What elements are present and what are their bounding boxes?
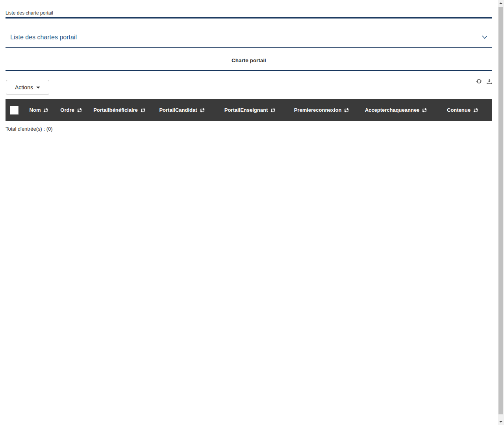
vertical-scrollbar[interactable] bbox=[498, 0, 504, 425]
toolbar: Actions bbox=[6, 71, 492, 95]
column-header-nom[interactable]: Nom bbox=[26, 107, 52, 113]
sort-icon bbox=[344, 108, 349, 113]
scrollbar-down-button[interactable] bbox=[498, 419, 504, 425]
section-title-bar: Charte portail bbox=[6, 48, 492, 71]
select-all-checkbox[interactable] bbox=[10, 106, 19, 115]
sort-icon bbox=[422, 108, 427, 113]
scrollbar-up-button[interactable] bbox=[498, 0, 504, 6]
column-header-ordre[interactable]: Ordre bbox=[52, 107, 91, 113]
column-header-label: Premiereconnexion bbox=[294, 107, 342, 113]
sort-icon bbox=[140, 108, 146, 113]
sort-icon bbox=[200, 108, 205, 113]
column-header-accepterchaqueannee[interactable]: Accepterchaqueannee bbox=[359, 107, 433, 113]
page-title: Charte portail bbox=[232, 57, 266, 63]
checkbox-cell bbox=[6, 106, 26, 115]
column-header-label: Portailbénéficiaire bbox=[93, 107, 138, 113]
panel-title: Liste des chartes portail bbox=[10, 34, 77, 41]
column-header-label: Contenue bbox=[447, 107, 471, 113]
column-header-label: Ordre bbox=[60, 107, 74, 113]
main-content: Liste des charte portail Liste des chart… bbox=[6, 0, 492, 132]
sort-icon bbox=[43, 108, 48, 113]
column-header-label: Accepterchaqueannee bbox=[365, 107, 420, 113]
column-header-label: PortailEnseignant bbox=[224, 107, 268, 113]
scrollbar-thumb[interactable] bbox=[498, 7, 503, 414]
sort-icon bbox=[473, 108, 478, 113]
sort-icon bbox=[270, 108, 276, 113]
refresh-icon bbox=[476, 79, 482, 85]
page: Liste des charte portail Liste des chart… bbox=[0, 0, 498, 425]
column-header-contenue[interactable]: Contenue bbox=[433, 107, 492, 113]
table-header-row: Nom Ordre Portailbénéf bbox=[6, 99, 492, 121]
refresh-button[interactable] bbox=[476, 78, 482, 84]
download-button[interactable] bbox=[486, 78, 492, 84]
column-header-premiereconnexion[interactable]: Premiereconnexion bbox=[284, 107, 359, 113]
column-header-label: Nom bbox=[30, 107, 41, 113]
caret-down-icon bbox=[36, 87, 40, 89]
actions-button-label: Actions bbox=[15, 84, 33, 91]
total-entries-label: Total d'entrée(s) : (0) bbox=[6, 126, 492, 132]
scroll-up-icon bbox=[499, 2, 502, 4]
toolbar-icons bbox=[476, 78, 492, 84]
breadcrumb-bar: Liste des charte portail bbox=[6, 0, 492, 18]
actions-dropdown-button[interactable]: Actions bbox=[6, 80, 49, 95]
column-header-portailenseignant[interactable]: PortailEnseignant bbox=[216, 107, 284, 113]
column-header-label: PortailCandidat bbox=[159, 107, 197, 113]
chevron-down-icon[interactable] bbox=[482, 35, 487, 39]
scroll-down-icon bbox=[499, 421, 502, 423]
column-header-portailcandidat[interactable]: PortailCandidat bbox=[148, 107, 216, 113]
column-header-portailbénéficiaire[interactable]: Portailbénéficiaire bbox=[91, 107, 148, 113]
panel-header-collapsible[interactable]: Liste des chartes portail bbox=[6, 18, 492, 48]
breadcrumb: Liste des charte portail bbox=[6, 10, 53, 16]
download-icon bbox=[486, 79, 492, 85]
sort-icon bbox=[77, 108, 82, 113]
